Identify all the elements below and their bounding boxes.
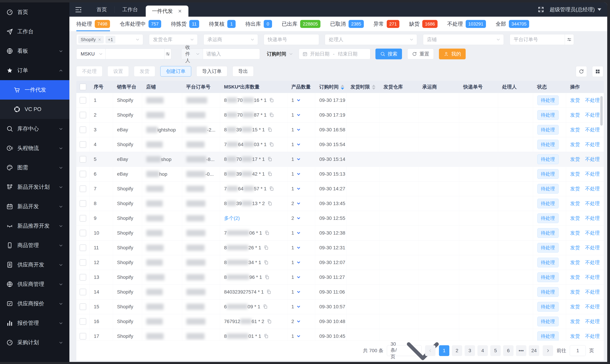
sidebar-item-17[interactable]: 报价管理 (0, 313, 69, 333)
prev-page-button[interactable] (425, 345, 435, 356)
no-process-link[interactable]: 不处理 (585, 127, 600, 132)
tracking-number-input[interactable] (264, 34, 319, 45)
copy-icon[interactable] (264, 230, 270, 235)
platform-multiselect[interactable]: Shopify +1 (76, 34, 143, 45)
sidebar-item-3[interactable]: 看板 (0, 41, 69, 61)
sidebar-item-10[interactable]: 新品开发计划 (0, 177, 69, 197)
status-badge[interactable]: 待处理 (537, 184, 559, 194)
ship-link[interactable]: 发货 (570, 142, 580, 147)
expand-items-icon[interactable] (296, 230, 301, 235)
platform-tag[interactable]: Shopify (78, 36, 104, 43)
status-tab-10[interactable]: 不处理103291 (447, 17, 486, 31)
no-process-link[interactable]: 不处理 (585, 245, 600, 250)
row-checkbox[interactable] (80, 333, 86, 339)
no-process-link[interactable]: 不处理 (585, 156, 600, 162)
expand-items-icon[interactable] (296, 142, 301, 147)
sidebar-item-12[interactable]: 新品推荐开发 (0, 216, 69, 236)
status-tab-9[interactable]: 缺货1686 (409, 17, 438, 31)
sidebar-item-9[interactable]: 图需 (0, 158, 69, 177)
msku-search-group[interactable]: MSKU (76, 49, 171, 59)
ship-link[interactable]: 发货 (570, 216, 580, 221)
row-checkbox[interactable] (80, 259, 86, 266)
expand-items-icon[interactable] (296, 245, 301, 250)
expand-items-icon[interactable] (296, 216, 301, 221)
status-badge[interactable]: 待处理 (537, 155, 559, 164)
ship-link[interactable]: 发货 (570, 274, 580, 280)
column-header-8[interactable]: 订购时间 (315, 81, 346, 93)
status-tab-5[interactable]: 待出库0 (245, 17, 272, 31)
row-checkbox[interactable] (80, 303, 86, 310)
expand-items-icon[interactable] (296, 112, 301, 117)
handler-select[interactable]: 处理人 (325, 34, 417, 45)
multiple-sku-link[interactable]: 多个(2) (224, 216, 240, 221)
status-tab-4[interactable]: 待复核1 (209, 17, 236, 31)
no-process-link[interactable]: 不处理 (585, 142, 600, 147)
status-badge[interactable]: 待处理 (537, 169, 559, 179)
row-checkbox[interactable] (80, 289, 86, 295)
goto-page-input[interactable] (570, 345, 586, 356)
status-tab-6[interactable]: 已出库228805 (282, 17, 320, 31)
copy-icon[interactable] (263, 304, 268, 309)
copy-icon[interactable] (267, 127, 273, 132)
header-tab-2[interactable]: 工作台 (115, 6, 145, 13)
status-tab-2[interactable]: 仓库处理中757 (120, 17, 161, 31)
sidebar-item-7[interactable]: 库存中心 (0, 119, 69, 138)
carrier-select[interactable]: 承运商 (204, 34, 258, 45)
no-process-link[interactable]: 不处理 (585, 186, 600, 191)
copy-icon[interactable] (267, 201, 273, 206)
no-process-link[interactable]: 不处理 (585, 260, 600, 265)
row-checkbox[interactable] (80, 200, 86, 207)
sidebar-item-11[interactable]: 新品开发 (0, 197, 69, 216)
status-badge[interactable]: 待处理 (537, 302, 559, 312)
expand-items-icon[interactable] (296, 319, 301, 324)
recipient-field[interactable] (207, 51, 260, 57)
ship-link[interactable]: 发货 (570, 319, 580, 324)
my-orders-button[interactable]: 我的 (439, 49, 466, 59)
remove-tag-icon[interactable] (98, 38, 101, 41)
row-checkbox[interactable] (80, 97, 86, 104)
expand-items-icon[interactable] (296, 186, 301, 191)
search-button[interactable]: 搜索 (376, 49, 402, 59)
sidebar-item-14[interactable]: 供应商开发 (0, 255, 69, 274)
msku-value-field[interactable] (109, 51, 165, 57)
row-checkbox[interactable] (80, 245, 86, 251)
copy-icon[interactable] (269, 98, 274, 103)
expand-items-icon[interactable] (296, 275, 301, 280)
row-checkbox[interactable] (80, 215, 86, 221)
no-process-link[interactable]: 不处理 (585, 216, 600, 221)
table-scrollbar[interactable] (600, 96, 603, 126)
copy-icon[interactable] (263, 334, 269, 339)
ship-link[interactable]: 发货 (570, 245, 580, 250)
row-checkbox[interactable] (80, 185, 86, 192)
msku-options-button[interactable] (164, 49, 171, 59)
sidebar-item-18[interactable]: 采购计划 (0, 333, 69, 352)
sidebar-item-15[interactable]: 供应商管理 (0, 274, 69, 294)
expand-items-icon[interactable] (296, 334, 301, 338)
copy-icon[interactable] (269, 186, 274, 191)
copy-icon[interactable] (267, 171, 273, 176)
sort-desc-icon[interactable] (341, 88, 344, 90)
header-tab-3[interactable]: 一件代发 (146, 6, 188, 17)
action-button-5[interactable]: 导入订单 (196, 66, 227, 77)
status-badge[interactable]: 待处理 (537, 110, 559, 120)
no-process-link[interactable]: 不处理 (585, 289, 600, 295)
status-badge[interactable]: 待处理 (537, 287, 559, 297)
status-badge[interactable]: 待处理 (537, 95, 559, 105)
status-badge[interactable]: 待处理 (537, 243, 559, 253)
reset-button[interactable]: 重置 (407, 49, 434, 59)
page-button-5[interactable]: 5 (490, 345, 501, 356)
row-checkbox[interactable] (80, 112, 86, 118)
page-button-6[interactable]: 6 (503, 345, 514, 356)
no-process-link[interactable]: 不处理 (585, 230, 600, 236)
page-button-2[interactable]: 2 (452, 345, 462, 356)
ship-link[interactable]: 发货 (570, 186, 580, 191)
no-process-link[interactable]: 不处理 (585, 334, 600, 339)
sidebar-item-16[interactable]: 供应商报价 (0, 294, 69, 313)
ship-link[interactable]: 发货 (570, 201, 580, 206)
copy-icon[interactable] (269, 142, 274, 147)
collapse-sidebar-icon[interactable] (75, 6, 82, 13)
sidebar-item-5[interactable]: 一件代发 (0, 80, 69, 100)
status-tab-1[interactable]: 待处理7498 (76, 17, 110, 31)
status-badge[interactable]: 待处理 (537, 331, 559, 341)
row-checkbox[interactable] (80, 127, 86, 133)
